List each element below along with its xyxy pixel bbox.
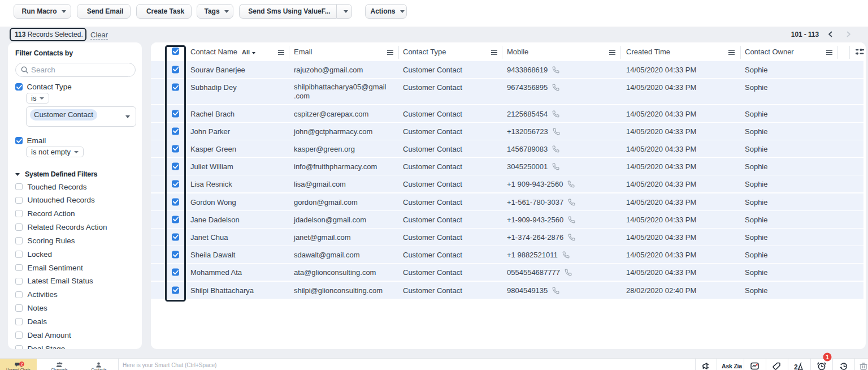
- svg-text:2: 2: [794, 363, 798, 370]
- svg-text:1: 1: [826, 354, 829, 360]
- svg-text:2: 2: [20, 362, 23, 365]
